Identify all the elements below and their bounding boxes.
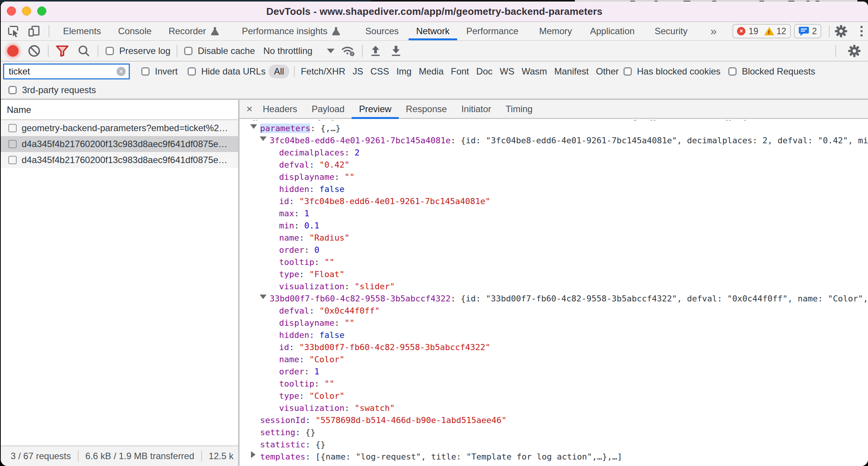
detail-tab[interactable]: Payload [305, 100, 352, 118]
detail-tab-label: Initiator [461, 104, 491, 114]
devtools-tab[interactable]: Performance insights [234, 22, 348, 40]
tree-row[interactable]: order: 1 [240, 366, 868, 378]
filter-type-chip[interactable]: Other [596, 66, 619, 77]
devtools-tab[interactable]: Memory [532, 22, 580, 40]
tree-row[interactable]: displayname: "" [240, 317, 868, 329]
clear-network-log-button[interactable] [27, 43, 42, 59]
minimize-window-button[interactable] [22, 6, 31, 16]
inspect-element-button[interactable] [6, 24, 21, 39]
devtools-tab[interactable]: Console [110, 22, 159, 40]
record-network-log-button[interactable] [5, 43, 21, 59]
hide-data-urls-checkbox[interactable] [188, 67, 196, 76]
tree-row[interactable]: hidden: false [240, 329, 868, 341]
tree-row[interactable]: templates: [{name: "log-request", title:… [240, 451, 868, 463]
filter-type-chip[interactable]: Fetch/XHR [301, 66, 345, 77]
devtools-tab[interactable]: Application [582, 22, 642, 40]
third-party-requests-checkbox[interactable] [8, 86, 17, 94]
devtools-tab[interactable]: Recorder [161, 22, 227, 40]
filter-type-chip[interactable]: Img [396, 66, 412, 77]
filter-type-chip[interactable]: Manifest [554, 66, 589, 77]
close-window-button[interactable] [7, 6, 16, 16]
tree-row[interactable]: tooltip: "" [240, 256, 868, 268]
filter-type-chip[interactable]: JS [353, 66, 363, 77]
warning-count: 12 [776, 26, 786, 36]
filter-type-chip[interactable]: Media [419, 66, 443, 77]
network-conditions-button[interactable] [341, 43, 356, 59]
tree-row[interactable]: hidden: false [240, 183, 868, 195]
tree-row[interactable]: setting: {} [240, 426, 868, 439]
devtools-tab[interactable]: Elements [55, 22, 109, 40]
request-row[interactable]: d4a345f4b21760200f13c983d8aec9f641df0875… [1, 136, 238, 152]
has-blocked-cookies-checkbox[interactable] [623, 67, 632, 76]
filter-type-chip[interactable]: Doc [476, 66, 492, 77]
more-tabs-chevron[interactable]: » [710, 25, 716, 38]
devtools-tab[interactable]: Network [409, 22, 457, 40]
search-network-button[interactable] [76, 43, 92, 59]
close-detail-button[interactable]: × [243, 103, 256, 115]
tree-row[interactable]: visualization: "slider" [240, 281, 868, 293]
tree-row[interactable]: name: "Radius" [240, 232, 868, 244]
request-row[interactable]: geometry-backend-parameters?embed=ticket… [1, 120, 238, 136]
import-har-button[interactable] [368, 43, 383, 59]
filter-button-active[interactable] [55, 43, 70, 59]
request-detail-panel: × Headers Payload Preview Response Initi… [240, 100, 868, 466]
preserve-log-checkbox[interactable] [106, 47, 114, 55]
window-titlebar[interactable]: DevTools - www.shapediver.com/app/m/geom… [1, 2, 868, 22]
tree-row[interactable]: sessionId: "5578698d-b514-466d-b90e-1abd… [240, 414, 868, 426]
throttling-select[interactable]: No throttling [263, 46, 334, 56]
disable-cache-checkbox[interactable] [184, 47, 193, 55]
invert-checkbox[interactable] [141, 67, 150, 76]
devtools-tab[interactable]: Sources [358, 22, 406, 40]
tree-row[interactable]: 33bd00f7-fb60-4c82-9558-3b5abccf4322: {i… [240, 293, 868, 305]
clear-filter-icon[interactable]: × [117, 67, 126, 76]
devtools-tab[interactable]: Performance [459, 22, 526, 40]
tree-row[interactable]: parameters: {,…} [240, 122, 868, 135]
request-row-checkbox[interactable] [8, 140, 17, 148]
filter-type-all-selected[interactable]: All [268, 65, 289, 78]
filter-input[interactable]: ticket × [3, 63, 130, 79]
more-options-kebab-button[interactable] [855, 24, 868, 38]
zoom-window-button[interactable] [37, 6, 46, 16]
tree-row[interactable]: min: 0.1 [240, 220, 868, 232]
tree-row[interactable]: order: 0 [240, 244, 868, 256]
tree-row[interactable]: tooltip: "" [240, 378, 868, 390]
toggle-device-toolbar-button[interactable] [27, 24, 42, 39]
detail-tab[interactable]: Headers [256, 100, 305, 118]
issues-message-badge[interactable]: 2 [794, 24, 822, 38]
filter-input-value: ticket [9, 66, 30, 77]
json-value: "Color" [309, 355, 344, 364]
network-settings-gear-button[interactable] [847, 43, 862, 59]
detail-tab[interactable]: Response [399, 100, 454, 118]
settings-gear-button[interactable] [833, 24, 849, 39]
tree-row[interactable]: decimalplaces: 2 [240, 147, 868, 159]
filter-type-chip[interactable]: Font [451, 66, 469, 77]
tree-row[interactable]: defval: "0.42" [240, 159, 868, 171]
request-row-checkbox[interactable] [8, 124, 17, 132]
devtools-tab[interactable]: Security [647, 22, 695, 40]
tree-row[interactable]: 3fc04be8-edd6-4e01-9261-7bc145a4081e: {i… [240, 135, 868, 147]
name-column-header[interactable]: Name [1, 100, 238, 120]
filter-type-chip[interactable]: CSS [371, 66, 389, 77]
tree-row[interactable]: id: "3fc04be8-edd6-4e01-9261-7bc145a4081… [240, 195, 868, 208]
detail-tab[interactable]: Initiator [454, 100, 499, 118]
detail-tab[interactable]: Timing [499, 100, 540, 118]
network-status-bar: 3 / 67 requests 6.6 kB / 1.9 MB transfer… [1, 445, 238, 466]
tree-row[interactable]: defval: "0x0c44f0ff" [240, 305, 868, 317]
tree-row[interactable]: statistic: {} [240, 439, 868, 451]
console-issues-badge[interactable]: × 19 12 [732, 24, 791, 38]
tree-row[interactable]: visualization: "swatch" [240, 402, 868, 414]
tree-row[interactable]: id: "33bd00f7-fb60-4c82-9558-3b5abccf432… [240, 341, 868, 353]
tree-row[interactable]: type: "Color" [240, 390, 868, 402]
blocked-requests-checkbox[interactable] [728, 67, 737, 76]
tree-row[interactable]: type: "Float" [240, 268, 868, 281]
detail-tab[interactable]: Preview [352, 100, 398, 118]
tree-row[interactable]: max: 1 [240, 208, 868, 220]
filter-type-chip[interactable]: Wasm [522, 66, 547, 77]
tree-row[interactable]: displayname: "" [240, 171, 868, 183]
json-value: "Color" [309, 391, 344, 401]
request-row[interactable]: d4a345f4b21760200f13c983d8aec9f641df0875… [1, 152, 238, 168]
tree-row[interactable]: name: "Color" [240, 353, 868, 366]
filter-type-chip[interactable]: WS [500, 66, 514, 77]
request-row-checkbox[interactable] [8, 156, 17, 164]
export-har-button[interactable] [388, 43, 404, 59]
